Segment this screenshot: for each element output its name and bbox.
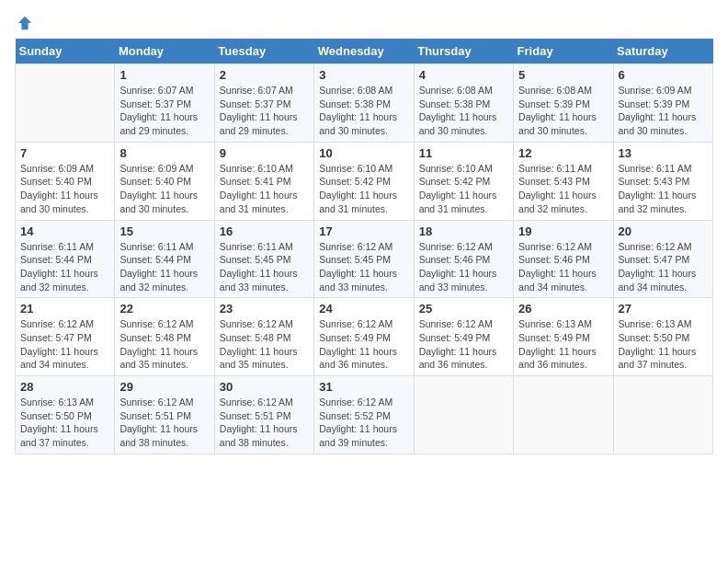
day-cell [514,376,613,454]
day-detail: Sunrise: 6:12 AMSunset: 5:48 PMDaylight:… [220,318,298,370]
day-detail: Sunrise: 6:10 AMSunset: 5:41 PMDaylight:… [220,163,298,214]
day-detail: Sunrise: 6:12 AMSunset: 5:47 PMDaylight:… [20,318,98,370]
day-cell: 10 Sunrise: 6:10 AMSunset: 5:42 PMDaylig… [314,142,414,220]
day-detail: Sunrise: 6:11 AMSunset: 5:44 PMDaylight:… [119,241,198,293]
week-row-1: 1 Sunrise: 6:07 AMSunset: 5:37 PMDayligh… [16,64,713,143]
day-number: 8 [119,146,209,160]
week-row-2: 7 Sunrise: 6:09 AMSunset: 5:40 PMDayligh… [16,142,713,220]
day-detail: Sunrise: 6:07 AMSunset: 5:37 PMDaylight:… [220,85,298,136]
day-cell [16,64,115,143]
day-detail: Sunrise: 6:08 AMSunset: 5:38 PMDaylight:… [319,85,397,136]
day-detail: Sunrise: 6:13 AMSunset: 5:50 PMDaylight:… [20,396,98,448]
day-cell: 16 Sunrise: 6:11 AMSunset: 5:45 PMDaylig… [214,220,313,298]
day-number: 10 [319,146,408,160]
day-number: 20 [619,224,708,238]
day-detail: Sunrise: 6:12 AMSunset: 5:52 PMDaylight:… [319,396,397,448]
day-detail: Sunrise: 6:09 AMSunset: 5:40 PMDaylight:… [20,163,98,214]
day-detail: Sunrise: 6:11 AMSunset: 5:44 PMDaylight:… [20,241,98,293]
day-detail: Sunrise: 6:12 AMSunset: 5:48 PMDaylight:… [119,318,198,370]
day-number: 18 [419,224,508,238]
day-cell: 5 Sunrise: 6:08 AMSunset: 5:39 PMDayligh… [514,64,613,143]
day-number: 7 [20,146,109,160]
day-number: 27 [619,302,708,316]
day-detail: Sunrise: 6:11 AMSunset: 5:43 PMDaylight:… [619,163,697,214]
day-number: 3 [319,68,408,82]
svg-marker-0 [18,17,31,29]
day-number: 16 [220,224,309,238]
day-detail: Sunrise: 6:12 AMSunset: 5:51 PMDaylight:… [220,396,298,448]
day-detail: Sunrise: 6:13 AMSunset: 5:49 PMDaylight:… [518,318,597,370]
day-cell: 4 Sunrise: 6:08 AMSunset: 5:38 PMDayligh… [414,64,513,143]
day-detail: Sunrise: 6:11 AMSunset: 5:43 PMDaylight:… [518,163,597,214]
day-detail: Sunrise: 6:12 AMSunset: 5:46 PMDaylight:… [419,241,497,293]
day-number: 26 [518,302,608,316]
day-cell: 15 Sunrise: 6:11 AMSunset: 5:44 PMDaylig… [115,220,214,298]
day-number: 31 [319,380,408,394]
day-cell: 31 Sunrise: 6:12 AMSunset: 5:52 PMDaylig… [314,376,414,454]
day-detail: Sunrise: 6:12 AMSunset: 5:47 PMDaylight:… [619,241,697,293]
day-number: 17 [319,224,408,238]
day-number: 30 [220,380,309,394]
day-cell: 20 Sunrise: 6:12 AMSunset: 5:47 PMDaylig… [613,220,712,298]
day-cell: 9 Sunrise: 6:10 AMSunset: 5:41 PMDayligh… [214,142,313,220]
day-header-thursday: Thursday [414,39,513,64]
day-cell: 27 Sunrise: 6:13 AMSunset: 5:50 PMDaylig… [613,298,712,376]
logo [15,15,33,31]
day-cell: 1 Sunrise: 6:07 AMSunset: 5:37 PMDayligh… [115,64,214,143]
day-cell: 6 Sunrise: 6:09 AMSunset: 5:39 PMDayligh… [613,64,712,143]
day-number: 23 [220,302,309,316]
day-number: 21 [20,302,109,316]
day-cell: 3 Sunrise: 6:08 AMSunset: 5:38 PMDayligh… [314,64,414,143]
day-number: 13 [619,146,708,160]
day-header-monday: Monday [115,39,214,64]
day-number: 9 [220,146,309,160]
day-cell: 18 Sunrise: 6:12 AMSunset: 5:46 PMDaylig… [414,220,513,298]
day-number: 2 [220,68,309,82]
day-header-saturday: Saturday [613,39,712,64]
week-row-5: 28 Sunrise: 6:13 AMSunset: 5:50 PMDaylig… [16,376,713,454]
day-cell: 24 Sunrise: 6:12 AMSunset: 5:49 PMDaylig… [314,298,414,376]
day-detail: Sunrise: 6:08 AMSunset: 5:38 PMDaylight:… [419,85,497,136]
day-cell: 11 Sunrise: 6:10 AMSunset: 5:42 PMDaylig… [414,142,513,220]
day-detail: Sunrise: 6:12 AMSunset: 5:49 PMDaylight:… [319,318,397,370]
day-number: 11 [419,146,508,160]
day-number: 14 [20,224,109,238]
day-detail: Sunrise: 6:12 AMSunset: 5:46 PMDaylight:… [518,241,597,293]
day-cell [613,376,712,454]
day-number: 29 [119,380,209,394]
day-header-friday: Friday [514,39,613,64]
week-row-3: 14 Sunrise: 6:11 AMSunset: 5:44 PMDaylig… [16,220,713,298]
day-detail: Sunrise: 6:12 AMSunset: 5:49 PMDaylight:… [419,318,497,370]
day-cell: 19 Sunrise: 6:12 AMSunset: 5:46 PMDaylig… [514,220,613,298]
day-detail: Sunrise: 6:07 AMSunset: 5:37 PMDaylight:… [119,85,198,136]
day-cell: 28 Sunrise: 6:13 AMSunset: 5:50 PMDaylig… [16,376,115,454]
header [15,15,713,31]
day-detail: Sunrise: 6:11 AMSunset: 5:45 PMDaylight:… [220,241,298,293]
day-cell: 22 Sunrise: 6:12 AMSunset: 5:48 PMDaylig… [115,298,214,376]
day-cell: 29 Sunrise: 6:12 AMSunset: 5:51 PMDaylig… [115,376,214,454]
day-header-tuesday: Tuesday [214,39,313,64]
day-cell: 13 Sunrise: 6:11 AMSunset: 5:43 PMDaylig… [613,142,712,220]
day-number: 6 [619,68,708,82]
day-cell: 30 Sunrise: 6:12 AMSunset: 5:51 PMDaylig… [214,376,313,454]
day-detail: Sunrise: 6:08 AMSunset: 5:39 PMDaylight:… [518,85,597,136]
day-number: 19 [518,224,608,238]
day-number: 5 [518,68,608,82]
day-cell: 23 Sunrise: 6:12 AMSunset: 5:48 PMDaylig… [214,298,313,376]
day-cell: 12 Sunrise: 6:11 AMSunset: 5:43 PMDaylig… [514,142,613,220]
day-number: 28 [20,380,109,394]
day-number: 24 [319,302,408,316]
week-row-4: 21 Sunrise: 6:12 AMSunset: 5:47 PMDaylig… [16,298,713,376]
day-header-wednesday: Wednesday [314,39,414,64]
day-cell: 25 Sunrise: 6:12 AMSunset: 5:49 PMDaylig… [414,298,513,376]
day-detail: Sunrise: 6:10 AMSunset: 5:42 PMDaylight:… [419,163,497,214]
day-number: 1 [119,68,209,82]
day-header-sunday: Sunday [16,39,115,64]
day-detail: Sunrise: 6:12 AMSunset: 5:45 PMDaylight:… [319,241,397,293]
day-cell [414,376,513,454]
day-cell: 26 Sunrise: 6:13 AMSunset: 5:49 PMDaylig… [514,298,613,376]
day-number: 4 [419,68,508,82]
day-detail: Sunrise: 6:13 AMSunset: 5:50 PMDaylight:… [619,318,697,370]
day-detail: Sunrise: 6:12 AMSunset: 5:51 PMDaylight:… [119,396,198,448]
day-detail: Sunrise: 6:09 AMSunset: 5:39 PMDaylight:… [619,85,697,136]
